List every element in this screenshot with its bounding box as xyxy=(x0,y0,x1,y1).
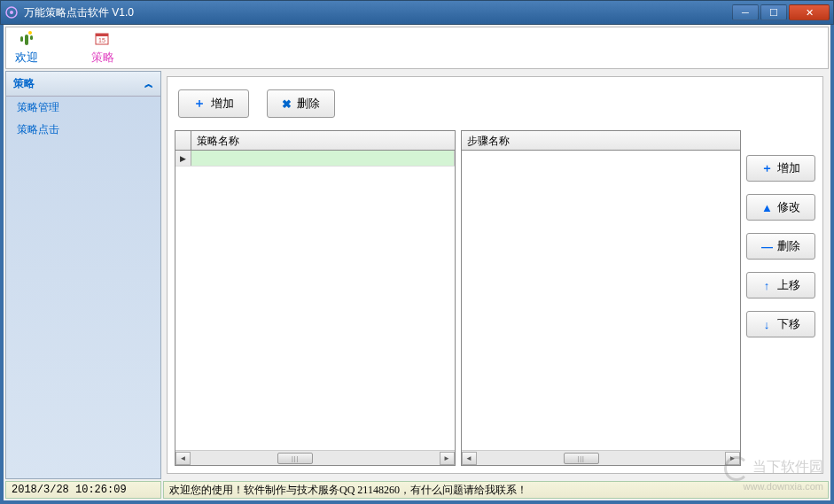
calendar-icon: 15 xyxy=(95,30,111,48)
strategy-name-cell[interactable] xyxy=(191,151,455,166)
side-moveup-button[interactable]: ↑ 上移 xyxy=(746,272,815,299)
app-icon xyxy=(4,5,19,19)
triangle-up-icon: ▲ xyxy=(761,201,772,214)
step-grid-header: 步骤名称 xyxy=(462,131,741,151)
main-toolbar: 欢迎 15 策略 xyxy=(5,27,829,69)
svg-point-1 xyxy=(10,11,13,14)
strategy-grid-body[interactable]: ▶ xyxy=(175,151,455,450)
status-message: 欢迎您的使用！软件制作与技术服务QQ 21148260，有什么问题请给我联系！ xyxy=(163,481,829,499)
scroll-thumb[interactable]: ||| xyxy=(564,453,599,464)
strategy-grid-hscroll[interactable]: ◄ ||| ► xyxy=(175,450,455,465)
scroll-right-button[interactable]: ► xyxy=(440,452,455,465)
toolbar-welcome-label: 欢迎 xyxy=(15,50,38,66)
table-row[interactable]: ▶ xyxy=(175,151,455,167)
add-button[interactable]: ＋ 增加 xyxy=(178,89,249,118)
step-grid-wrap: 步骤名称 ◄ ||| ► xyxy=(461,130,742,466)
sidebar-header[interactable]: 策略 ︽ xyxy=(6,72,160,97)
sidebar-item-manage[interactable]: 策略管理 xyxy=(6,97,160,119)
toolbar-strategy[interactable]: 15 策略 xyxy=(91,30,114,66)
step-grid[interactable]: 步骤名称 ◄ ||| ► xyxy=(461,130,742,466)
table-area: 策略名称 ▶ ◄ ||| xyxy=(175,130,815,466)
svg-text:15: 15 xyxy=(98,37,105,43)
side-add-button[interactable]: ＋ 增加 xyxy=(746,155,815,182)
side-movedown-label: 下移 xyxy=(777,316,800,332)
side-delete-label: 删除 xyxy=(777,238,800,254)
cactus-icon xyxy=(18,30,35,48)
side-delete-button[interactable]: — 删除 xyxy=(746,233,815,260)
x-icon: ✖ xyxy=(282,97,292,111)
strategy-name-column[interactable]: 策略名称 xyxy=(191,131,455,150)
grid-gutter-header xyxy=(175,131,191,150)
window-controls: ─ ☐ ✕ xyxy=(730,4,830,20)
maximize-button[interactable]: ☐ xyxy=(760,4,787,20)
scroll-left-button[interactable]: ◄ xyxy=(462,452,477,465)
strategy-grid[interactable]: 策略名称 ▶ ◄ ||| xyxy=(175,130,456,466)
side-edit-button[interactable]: ▲ 修改 xyxy=(746,194,815,221)
sidebar-item-click[interactable]: 策略点击 xyxy=(6,119,160,141)
delete-button-label: 删除 xyxy=(297,96,320,112)
sidebar-header-label: 策略 xyxy=(13,76,35,91)
minus-icon: — xyxy=(761,240,772,253)
svg-rect-3 xyxy=(20,36,23,42)
sidebar-item-label: 策略管理 xyxy=(17,101,59,113)
close-button[interactable]: ✕ xyxy=(789,4,830,20)
side-action-bar: ＋ 增加 ▲ 修改 — 删除 ↑ 上移 xyxy=(746,130,815,466)
scroll-left-button[interactable]: ◄ xyxy=(175,452,191,465)
step-grid-body[interactable] xyxy=(462,151,741,450)
plus-icon: ＋ xyxy=(193,96,206,112)
svg-rect-7 xyxy=(96,34,108,36)
top-action-bar: ＋ 增加 ✖ 删除 xyxy=(175,84,815,130)
window-frame: 欢迎 15 策略 策略 ︽ 策略管理 策略点击 xyxy=(0,25,834,504)
strategy-grid-wrap: 策略名称 ▶ ◄ ||| xyxy=(175,130,456,466)
step-name-column[interactable]: 步骤名称 xyxy=(462,131,741,150)
titlebar: 万能策略点击软件 V1.0 ─ ☐ ✕ xyxy=(0,0,834,25)
status-timestamp: 2018/3/28 10:26:09 xyxy=(5,481,161,499)
side-moveup-label: 上移 xyxy=(777,277,800,293)
toolbar-strategy-label: 策略 xyxy=(91,50,114,66)
scroll-right-button[interactable]: ► xyxy=(725,452,740,465)
arrow-down-icon: ↓ xyxy=(761,318,772,331)
side-movedown-button[interactable]: ↓ 下移 xyxy=(746,311,815,337)
minimize-button[interactable]: ─ xyxy=(732,4,759,20)
scroll-track[interactable]: ||| xyxy=(477,452,726,465)
step-grid-hscroll[interactable]: ◄ ||| ► xyxy=(462,450,741,465)
plus-icon: ＋ xyxy=(761,160,772,176)
scroll-thumb[interactable]: ||| xyxy=(277,453,313,464)
arrow-up-icon: ↑ xyxy=(761,279,772,292)
svg-rect-4 xyxy=(30,35,33,40)
chevron-up-icon: ︽ xyxy=(144,78,153,90)
toolbar-welcome[interactable]: 欢迎 xyxy=(15,30,38,66)
scroll-track[interactable]: ||| xyxy=(191,452,440,465)
main-body: 策略 ︽ 策略管理 策略点击 ＋ 增加 ✖ xyxy=(5,71,829,479)
add-button-label: 增加 xyxy=(211,96,234,112)
side-edit-label: 修改 xyxy=(777,199,800,215)
sidebar: 策略 ︽ 策略管理 策略点击 xyxy=(5,71,161,479)
row-indicator: ▶ xyxy=(175,151,191,166)
current-row-icon: ▶ xyxy=(180,154,186,163)
sidebar-item-label: 策略点击 xyxy=(17,123,59,136)
svg-point-5 xyxy=(28,31,32,35)
side-add-label: 增加 xyxy=(777,160,800,176)
delete-button[interactable]: ✖ 删除 xyxy=(267,89,335,118)
strategy-grid-header: 策略名称 xyxy=(175,131,455,151)
content-panel: ＋ 增加 ✖ 删除 策略名称 xyxy=(167,76,823,474)
window-title: 万能策略点击软件 V1.0 xyxy=(24,5,730,20)
svg-rect-2 xyxy=(25,35,28,45)
content-area: ＋ 增加 ✖ 删除 策略名称 xyxy=(161,71,829,479)
statusbar: 2018/3/28 10:26:09 欢迎您的使用！软件制作与技术服务QQ 21… xyxy=(5,481,829,499)
